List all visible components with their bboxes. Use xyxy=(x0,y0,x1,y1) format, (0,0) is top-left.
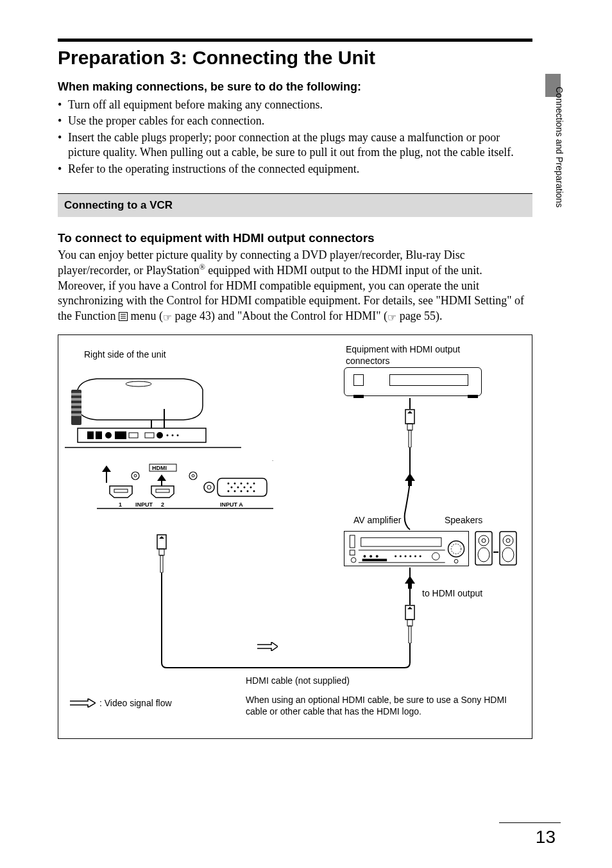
pointer-icon: ☞ xyxy=(163,311,172,325)
body-text-c: menu ( xyxy=(128,309,163,322)
bullet-item: Turn off all equipment before making any… xyxy=(58,98,532,112)
bullet-item: Refer to the operating instructions of t… xyxy=(58,162,532,177)
page-footer-rule xyxy=(499,822,561,823)
bullet-list: Turn off all equipment before making any… xyxy=(58,98,532,177)
pointer-icon: ☞ xyxy=(387,311,396,325)
arrow-up-icon xyxy=(405,473,415,489)
bullet-item: Use the proper cables for each connectio… xyxy=(58,114,532,128)
arrow-up-icon xyxy=(405,576,415,591)
side-section-label: Connections and Preparations xyxy=(554,87,565,207)
page-title: Preparation 3: Connecting the Unit xyxy=(58,47,561,69)
page-number: 13 xyxy=(536,827,556,847)
menu-icon xyxy=(119,312,128,321)
subheading-2: To connect to equipment with HDMI output… xyxy=(58,231,561,245)
svg-marker-95 xyxy=(405,576,415,589)
section-heading-bar: Connecting to a VCR xyxy=(58,193,532,217)
subheading-1: When making connections, be sure to do t… xyxy=(58,80,561,94)
page-ref-55: page 55). xyxy=(396,309,442,322)
svg-marker-96 xyxy=(405,473,415,486)
signal-flow-legend-icon xyxy=(70,699,96,707)
page-ref-43: page 43) and "About the Control for HDMI… xyxy=(172,309,387,322)
title-rule xyxy=(58,39,532,42)
connection-diagram: Right side of the unit Equipment with HD… xyxy=(58,334,532,739)
signal-flow-arrow-icon xyxy=(257,642,278,651)
bullet-item: Insert the cable plugs properly; poor co… xyxy=(58,130,532,161)
signal-flow-legend: : Video signal flow xyxy=(70,698,172,708)
cable-path xyxy=(58,335,533,740)
body-paragraph: You can enjoy better picture quality by … xyxy=(58,248,532,324)
registered-mark: ® xyxy=(200,263,205,272)
signal-flow-text: : Video signal flow xyxy=(99,698,172,708)
